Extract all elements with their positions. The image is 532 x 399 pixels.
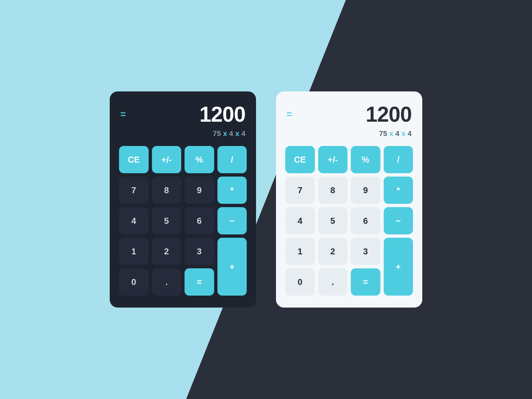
dark-button-grid: CE +/- % / 7 8 9 * 4 5 6 − 1 2 3 + 0 . = <box>119 146 247 296</box>
dark-btn-plus[interactable]: + <box>217 238 247 296</box>
light-btn-8[interactable]: 8 <box>318 177 348 204</box>
light-equals-icon: = <box>287 110 292 119</box>
light-expr-x1: x <box>389 129 393 138</box>
dark-btn-6[interactable]: 6 <box>185 207 214 234</box>
light-btn-plus-minus[interactable]: +/- <box>318 146 348 173</box>
dark-expr-x1: x <box>223 129 227 138</box>
dark-btn-equals[interactable]: = <box>185 268 214 296</box>
dark-expr-x2: x <box>235 129 239 138</box>
light-btn-ce[interactable]: CE <box>285 146 315 173</box>
light-btn-4[interactable]: 4 <box>285 207 315 234</box>
dark-btn-9[interactable]: 9 <box>185 177 214 204</box>
dark-btn-ce[interactable]: CE <box>119 146 149 173</box>
light-btn-plus[interactable]: + <box>384 238 413 296</box>
dark-btn-8[interactable]: 8 <box>152 177 182 204</box>
light-btn-2[interactable]: 2 <box>318 238 348 265</box>
light-btn-5[interactable]: 5 <box>318 207 348 234</box>
dark-btn-dot[interactable]: . <box>152 268 182 296</box>
light-btn-3[interactable]: 3 <box>351 238 380 265</box>
light-btn-divide[interactable]: / <box>384 146 413 173</box>
calculator-light: = 1200 75 x 4 x 4 CE +/- % / 7 8 9 * 4 5… <box>276 91 422 308</box>
light-btn-9[interactable]: 9 <box>351 177 380 204</box>
dark-expression: 75 x 4 x 4 <box>119 129 247 138</box>
calculators-wrapper: = 1200 75 x 4 x 4 CE +/- % / 7 8 9 * 4 5… <box>0 0 532 399</box>
dark-btn-plus-minus[interactable]: +/- <box>152 146 182 173</box>
light-display-row: = 1200 <box>285 102 413 127</box>
light-btn-6[interactable]: 6 <box>351 207 380 234</box>
light-expr-x2: x <box>401 129 405 138</box>
light-btn-percent[interactable]: % <box>351 146 380 173</box>
dark-btn-multiply[interactable]: * <box>217 177 247 204</box>
dark-btn-5[interactable]: 5 <box>152 207 182 234</box>
dark-btn-4[interactable]: 4 <box>119 207 149 234</box>
light-btn-multiply[interactable]: * <box>384 177 413 204</box>
light-main-number: 1200 <box>366 102 412 127</box>
light-expression: 75 x 4 x 4 <box>285 129 413 138</box>
light-btn-equals[interactable]: = <box>351 268 380 296</box>
dark-btn-percent[interactable]: % <box>185 146 214 173</box>
light-btn-0[interactable]: 0 <box>285 268 315 296</box>
light-btn-1[interactable]: 1 <box>285 238 315 265</box>
calculator-dark: = 1200 75 x 4 x 4 CE +/- % / 7 8 9 * 4 5… <box>110 91 256 308</box>
dark-btn-3[interactable]: 3 <box>185 238 214 265</box>
light-btn-minus[interactable]: − <box>384 207 413 234</box>
dark-main-number: 1200 <box>200 102 245 127</box>
light-btn-7[interactable]: 7 <box>285 177 315 204</box>
dark-display-row: = 1200 <box>119 102 247 127</box>
dark-btn-1[interactable]: 1 <box>119 238 149 265</box>
dark-btn-2[interactable]: 2 <box>152 238 182 265</box>
light-btn-dot[interactable]: . <box>318 268 348 296</box>
light-button-grid: CE +/- % / 7 8 9 * 4 5 6 − 1 2 3 + 0 . = <box>285 146 413 296</box>
dark-btn-minus[interactable]: − <box>217 207 247 234</box>
dark-btn-7[interactable]: 7 <box>119 177 149 204</box>
dark-btn-divide[interactable]: / <box>217 146 247 173</box>
dark-btn-0[interactable]: 0 <box>119 268 149 296</box>
dark-equals-icon: = <box>120 110 126 119</box>
